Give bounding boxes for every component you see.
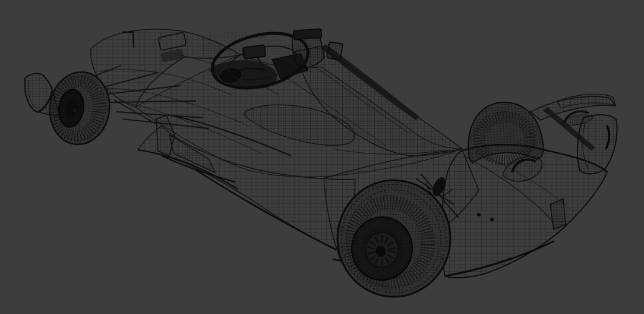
pod-bolt-1: [477, 213, 481, 216]
right-mirror: [327, 42, 343, 60]
roll-hoop-cap: [293, 29, 321, 39]
viewport-canvas[interactable]: [0, 0, 644, 314]
3d-viewport[interactable]: [0, 0, 644, 314]
rear-axle-hub: [374, 245, 387, 258]
pod-bolt-2: [490, 218, 494, 221]
